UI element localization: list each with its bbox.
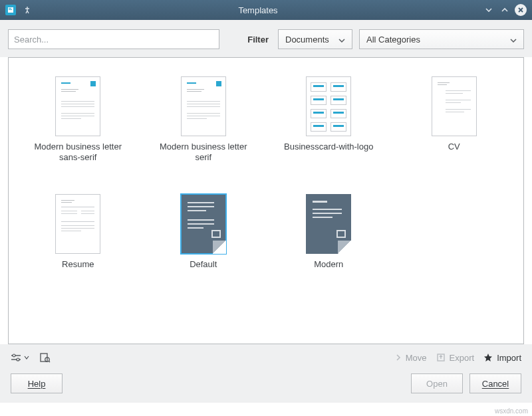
svg-rect-2 bbox=[9, 9, 12, 10]
close-button[interactable] bbox=[515, 4, 527, 16]
settings-button[interactable] bbox=[11, 353, 29, 362]
chevron-down-icon bbox=[510, 35, 517, 45]
titlebar: Templates bbox=[0, 0, 532, 20]
template-item[interactable]: Default bbox=[154, 194, 253, 280]
template-label: Default bbox=[190, 259, 217, 280]
filter-label: Filter bbox=[247, 35, 271, 45]
chevron-down-icon bbox=[338, 35, 345, 45]
template-label: Modern business letter sans-serif bbox=[29, 142, 128, 163]
help-label: Help bbox=[28, 379, 46, 389]
template-label: Resume bbox=[62, 259, 94, 280]
toolbar: Filter Documents All Categories bbox=[0, 20, 532, 57]
filter-category-dropdown[interactable]: All Categories bbox=[359, 29, 524, 49]
import-label: Import bbox=[497, 353, 521, 363]
filter-category-value: All Categories bbox=[366, 35, 510, 45]
template-item[interactable]: Modern business letter sans-serif bbox=[29, 76, 128, 163]
export-label: Export bbox=[450, 353, 475, 363]
template-thumbnail bbox=[181, 76, 226, 136]
template-item[interactable]: Resume bbox=[29, 194, 128, 280]
star-icon bbox=[483, 353, 493, 362]
cancel-button[interactable]: Cancel bbox=[469, 373, 521, 393]
template-thumbnail bbox=[55, 194, 100, 254]
chevron-down-icon bbox=[24, 355, 29, 360]
templates-panel: Modern business letter sans-serifModern … bbox=[8, 57, 524, 344]
sliders-icon bbox=[11, 353, 23, 362]
template-thumbnail bbox=[306, 194, 351, 254]
template-thumbnail bbox=[55, 76, 100, 136]
svg-rect-1 bbox=[9, 8, 11, 9]
chevron-right-icon bbox=[395, 354, 402, 362]
template-item[interactable]: CV bbox=[405, 76, 504, 163]
template-label: CV bbox=[448, 142, 460, 163]
template-item[interactable]: Modern bbox=[279, 194, 378, 280]
template-item[interactable]: Modern business letter serif bbox=[154, 76, 253, 163]
move-label: Move bbox=[406, 353, 427, 363]
export-button: Export bbox=[436, 353, 475, 363]
search-input[interactable] bbox=[8, 29, 219, 49]
app-icon bbox=[5, 5, 16, 15]
button-bar: Help Open Cancel bbox=[0, 363, 532, 403]
browse-icon bbox=[39, 352, 51, 363]
attribution: wsxdn.com bbox=[495, 407, 528, 415]
template-item[interactable]: Businesscard-with-logo bbox=[279, 76, 378, 163]
open-button[interactable]: Open bbox=[411, 373, 463, 393]
maximize-button[interactable] bbox=[499, 4, 511, 16]
move-button: Move bbox=[395, 353, 427, 363]
help-button[interactable]: Help bbox=[11, 373, 63, 393]
action-bar: Move Export Import bbox=[0, 344, 532, 363]
cancel-label: Cancel bbox=[482, 379, 509, 389]
export-icon bbox=[436, 353, 446, 362]
window-title: Templates bbox=[33, 5, 483, 15]
browse-button[interactable] bbox=[39, 352, 51, 363]
pin-icon[interactable] bbox=[21, 4, 33, 16]
template-label: Businesscard-with-logo bbox=[284, 142, 373, 163]
svg-point-4 bbox=[13, 354, 15, 357]
template-label: Modern bbox=[314, 259, 343, 280]
template-thumbnail bbox=[432, 76, 477, 136]
svg-point-6 bbox=[17, 358, 19, 361]
open-label: Open bbox=[426, 379, 448, 389]
minimize-button[interactable] bbox=[483, 4, 495, 16]
svg-line-9 bbox=[49, 361, 50, 362]
template-thumbnail bbox=[306, 76, 351, 136]
import-button[interactable]: Import bbox=[483, 353, 521, 363]
template-label: Modern business letter serif bbox=[154, 142, 253, 163]
filter-type-value: Documents bbox=[285, 35, 338, 45]
filter-type-dropdown[interactable]: Documents bbox=[278, 29, 352, 49]
template-thumbnail bbox=[181, 194, 226, 254]
